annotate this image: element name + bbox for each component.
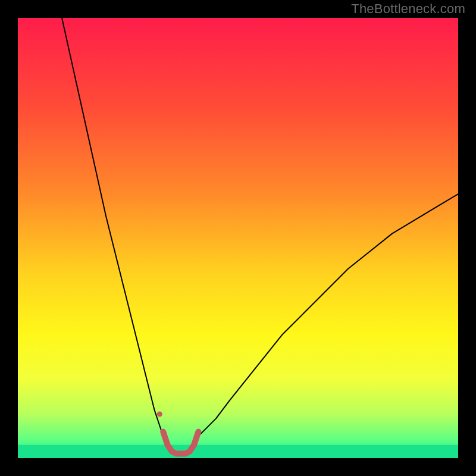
marker-left-dot <box>157 412 162 417</box>
green-band <box>18 445 458 458</box>
chart-frame: TheBottleneck.com <box>0 0 476 476</box>
marker-group <box>157 412 162 417</box>
gradient-rect <box>18 18 458 458</box>
chart-svg <box>18 18 458 458</box>
plot-area <box>18 18 458 458</box>
watermark-text: TheBottleneck.com <box>351 1 465 17</box>
